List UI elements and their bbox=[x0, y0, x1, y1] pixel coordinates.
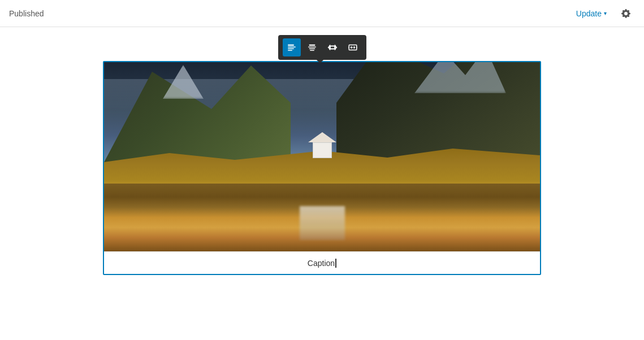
svg-rect-6 bbox=[309, 49, 315, 50]
svg-rect-11 bbox=[356, 47, 357, 49]
chevron-down-icon: ▾ bbox=[604, 10, 607, 16]
caption-text[interactable]: Caption bbox=[308, 259, 335, 268]
image-block: Caption bbox=[103, 61, 541, 275]
water-reflection bbox=[300, 206, 345, 240]
align-left-button[interactable] bbox=[283, 38, 301, 56]
wide-width-icon bbox=[327, 42, 338, 53]
house-roof bbox=[308, 132, 336, 142]
svg-rect-5 bbox=[308, 47, 316, 48]
align-center-button[interactable] bbox=[303, 38, 321, 56]
main-content: Caption bbox=[0, 27, 644, 340]
gear-icon bbox=[620, 8, 632, 19]
align-center-icon bbox=[307, 42, 317, 53]
top-bar: Published Update ▾ bbox=[0, 0, 644, 27]
image-toolbar bbox=[278, 35, 366, 60]
update-button[interactable]: Update ▾ bbox=[573, 7, 610, 20]
svg-rect-10 bbox=[348, 47, 349, 49]
svg-rect-4 bbox=[309, 45, 315, 46]
full-width-button[interactable] bbox=[344, 38, 362, 56]
svg-rect-1 bbox=[288, 47, 296, 48]
image-scene bbox=[104, 62, 540, 251]
top-right-actions: Update ▾ bbox=[573, 5, 635, 23]
water-layer bbox=[104, 184, 540, 251]
svg-rect-3 bbox=[288, 50, 292, 51]
svg-rect-7 bbox=[310, 50, 314, 51]
full-width-icon bbox=[348, 42, 358, 53]
text-cursor bbox=[335, 259, 336, 268]
caption-area[interactable]: Caption bbox=[104, 251, 540, 274]
image-area[interactable] bbox=[104, 62, 540, 251]
published-status: Published bbox=[9, 9, 44, 18]
svg-rect-2 bbox=[288, 49, 294, 50]
align-left-icon bbox=[287, 42, 297, 53]
update-label: Update bbox=[576, 9, 602, 18]
svg-rect-0 bbox=[288, 45, 294, 46]
house-body bbox=[313, 142, 332, 158]
settings-button[interactable] bbox=[617, 5, 635, 23]
wide-width-button[interactable] bbox=[323, 38, 342, 56]
house bbox=[308, 130, 336, 158]
